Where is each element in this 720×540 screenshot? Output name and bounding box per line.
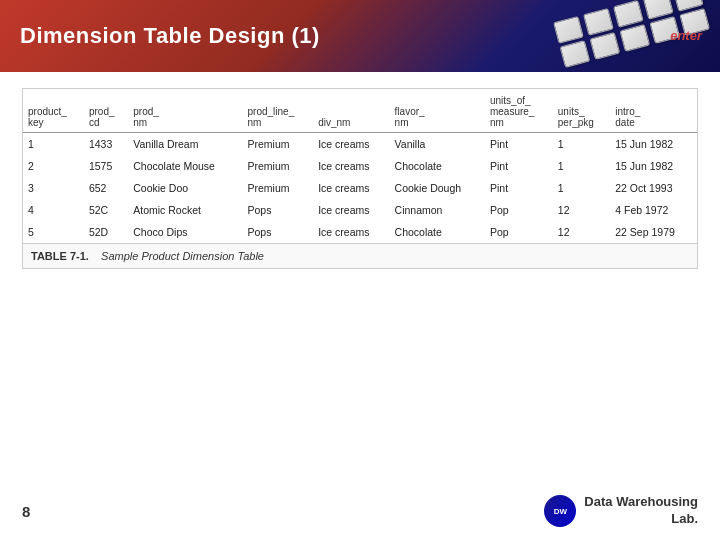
- col-prod-nm: prod_nm: [128, 89, 242, 133]
- logo-line1: Data Warehousing: [584, 494, 698, 511]
- cell-intro_date: 4 Feb 1972: [610, 199, 697, 221]
- col-flavor-nm: flavor_nm: [390, 89, 485, 133]
- cell-prod_line_nm: Premium: [243, 177, 314, 199]
- cell-flavor_nm: Cinnamon: [390, 199, 485, 221]
- key-2: [583, 8, 614, 36]
- cell-div_nm: Ice creams: [313, 221, 389, 243]
- cell-div_nm: Ice creams: [313, 133, 389, 156]
- key-6: [560, 40, 591, 68]
- cell-units_per_pkg: 12: [553, 221, 610, 243]
- cell-product_key: 4: [23, 199, 84, 221]
- cell-prod_line_nm: Premium: [243, 133, 314, 156]
- cell-prod_nm: Atomic Rocket: [128, 199, 242, 221]
- page-title: Dimension Table Design (1): [20, 23, 320, 49]
- cell-units_per_pkg: 1: [553, 133, 610, 156]
- footer: 8 DW Data Warehousing Lab.: [22, 494, 698, 528]
- logo-area: DW Data Warehousing Lab.: [544, 494, 698, 528]
- table-caption-text: Sample Product Dimension Table: [101, 250, 264, 262]
- key-7: [589, 32, 620, 60]
- table-row: 3652Cookie DooPremiumIce creamsCookie Do…: [23, 177, 697, 199]
- cell-flavor_nm: Chocolate: [390, 221, 485, 243]
- cell-prod_cd: 52C: [84, 199, 128, 221]
- cell-intro_date: 15 Jun 1982: [610, 133, 697, 156]
- table-row: 11433Vanilla DreamPremiumIce creamsVanil…: [23, 133, 697, 156]
- cell-prod_cd: 1433: [84, 133, 128, 156]
- cell-units_per_pkg: 12: [553, 199, 610, 221]
- col-prod-line-nm: prod_line_nm: [243, 89, 314, 133]
- cell-prod_nm: Cookie Doo: [128, 177, 242, 199]
- col-prod-cd: prod_cd: [84, 89, 128, 133]
- cell-prod_nm: Choco Dips: [128, 221, 242, 243]
- cell-flavor_nm: Vanilla: [390, 133, 485, 156]
- table-row: 552DChoco DipsPopsIce creamsChocolatePop…: [23, 221, 697, 243]
- col-units-measure: units_of_measure_nm: [485, 89, 553, 133]
- cell-units_of_measure_nm: Pop: [485, 221, 553, 243]
- cell-div_nm: Ice creams: [313, 177, 389, 199]
- col-intro-date: intro_date: [610, 89, 697, 133]
- table-row: 21575Chocolate MousePremiumIce creamsCho…: [23, 155, 697, 177]
- enter-label: enter: [670, 28, 702, 43]
- cell-prod_nm: Chocolate Mouse: [128, 155, 242, 177]
- main-content: product_key prod_cd prod_nm prod_line_nm…: [0, 72, 720, 295]
- cell-units_per_pkg: 1: [553, 155, 610, 177]
- dw-logo-icon: DW: [544, 495, 576, 527]
- cell-prod_line_nm: Premium: [243, 155, 314, 177]
- keyboard-decoration: enter: [540, 0, 720, 72]
- dw-logo-text: DW: [554, 507, 567, 516]
- cell-prod_cd: 52D: [84, 221, 128, 243]
- cell-prod_line_nm: Pops: [243, 221, 314, 243]
- key-1: [553, 16, 584, 44]
- cell-prod_cd: 1575: [84, 155, 128, 177]
- cell-product_key: 3: [23, 177, 84, 199]
- cell-product_key: 2: [23, 155, 84, 177]
- logo-line2: Lab.: [584, 511, 698, 528]
- cell-product_key: 1: [23, 133, 84, 156]
- cell-intro_date: 15 Jun 1982: [610, 155, 697, 177]
- table-caption-label: TABLE 7-1.: [31, 250, 89, 262]
- col-div-nm: div_nm: [313, 89, 389, 133]
- cell-prod_line_nm: Pops: [243, 199, 314, 221]
- page-number: 8: [22, 503, 30, 520]
- key-8: [619, 24, 650, 52]
- cell-intro_date: 22 Oct 1993: [610, 177, 697, 199]
- logo-label: Data Warehousing Lab.: [584, 494, 698, 528]
- header: Dimension Table Design (1) enter: [0, 0, 720, 72]
- cell-units_of_measure_nm: Pint: [485, 177, 553, 199]
- cell-div_nm: Ice creams: [313, 155, 389, 177]
- cell-flavor_nm: Chocolate: [390, 155, 485, 177]
- cell-product_key: 5: [23, 221, 84, 243]
- table-row: 452CAtomic RocketPopsIce creamsCinnamonP…: [23, 199, 697, 221]
- cell-intro_date: 22 Sep 1979: [610, 221, 697, 243]
- cell-prod_cd: 652: [84, 177, 128, 199]
- cell-units_of_measure_nm: Pint: [485, 155, 553, 177]
- cell-prod_nm: Vanilla Dream: [128, 133, 242, 156]
- cell-units_of_measure_nm: Pop: [485, 199, 553, 221]
- cell-div_nm: Ice creams: [313, 199, 389, 221]
- cell-units_per_pkg: 1: [553, 177, 610, 199]
- cell-flavor_nm: Cookie Dough: [390, 177, 485, 199]
- table-header-row: product_key prod_cd prod_nm prod_line_nm…: [23, 89, 697, 133]
- key-3: [613, 0, 644, 28]
- col-units-per-pkg: units_per_pkg: [553, 89, 610, 133]
- table-caption: TABLE 7-1. Sample Product Dimension Tabl…: [23, 243, 697, 268]
- col-product-key: product_key: [23, 89, 84, 133]
- product-dimension-table: product_key prod_cd prod_nm prod_line_nm…: [23, 89, 697, 243]
- cell-units_of_measure_nm: Pint: [485, 133, 553, 156]
- table-container: product_key prod_cd prod_nm prod_line_nm…: [22, 88, 698, 269]
